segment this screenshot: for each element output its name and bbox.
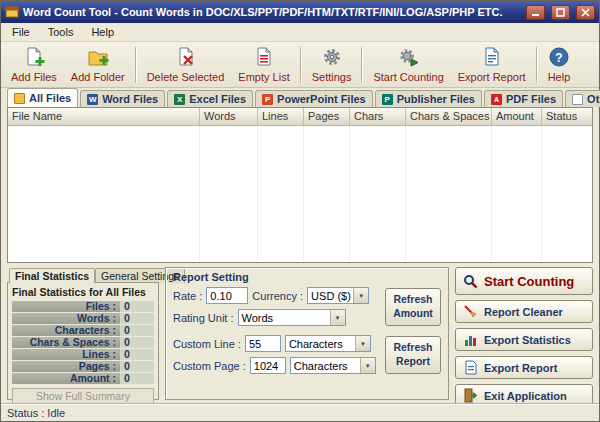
add-folder-button[interactable]: Add Folder [64,43,132,86]
tab-word-files[interactable]: Word Files [80,90,165,107]
powerpoint-file-icon [262,94,273,105]
stat-value: 0 [120,373,154,384]
delete-selected-button[interactable]: Delete Selected [140,43,232,86]
rate-section: Rate : Currency : USD ($) ▼ Rating Unit … [173,287,441,326]
magnifier-icon [463,274,478,289]
action-buttons: Start Counting Report Cleaner Export Sta… [455,267,593,400]
column-header-status[interactable]: Status [542,108,592,125]
word-file-icon [87,94,98,105]
empty-list-button[interactable]: Empty List [231,43,296,86]
column-header-words[interactable]: Words [200,108,258,125]
refresh-report-button[interactable]: Refresh Report [385,336,441,374]
column-body [8,126,200,262]
tab-powerpoint-files[interactable]: PowerPoint Files [255,90,373,107]
custom-page-label: Custom Page : [173,360,246,372]
tab-final-statistics[interactable]: Final Statistics [9,268,95,283]
menu-file[interactable]: File [3,24,39,40]
tab-label: PowerPoint Files [277,93,366,105]
title-bar: Word Count Tool - Count Words in DOC/XLS… [1,1,599,23]
chart-icon [463,332,478,347]
column-header-amount[interactable]: Amount [492,108,542,125]
tab-pdf-files[interactable]: PDF Files [484,90,563,107]
toolbar: Add Files Add Folder Delete Selected Emp… [1,42,599,88]
toolbar-label: Empty List [238,71,289,83]
toolbar-label: Help [548,71,571,83]
maximize-button[interactable] [551,5,570,20]
file-list-body[interactable] [8,126,592,262]
export-report-button[interactable]: Export Report [455,356,593,379]
start-counting-button[interactable]: Start Counting [455,267,593,295]
action-label: Report Cleaner [484,306,563,318]
stat-value: 0 [120,325,154,336]
custom-page-input[interactable] [250,357,286,374]
export-report-toolbar-button[interactable]: Export Report [451,43,533,86]
stat-label: Words : [12,313,120,324]
app-window: Word Count Tool - Count Words in DOC/XLS… [0,0,600,422]
report-setting-title: Report Setting [173,271,441,283]
tab-label: Word Files [102,93,158,105]
column-body [304,126,350,262]
custom-section: Custom Line : Characters ▼ Custom Page :… [173,335,441,374]
stat-row-files: Files : 0 [12,301,154,312]
custom-line-label: Custom Line : [173,338,241,350]
report-cleaner-button[interactable]: Report Cleaner [455,300,593,323]
file-type-tabs: All Files Word Files Excel Files PowerPo… [1,88,599,107]
exit-door-icon [463,388,478,403]
action-label: Export Report [484,362,557,374]
tab-label: Other Files [587,93,600,105]
tab-publisher-files[interactable]: Publisher Files [375,90,482,107]
tab-excel-files[interactable]: Excel Files [167,90,253,107]
statistics-title: Final Statistics for All Files [12,286,154,298]
broom-icon [463,304,478,319]
folder-icon [14,93,25,104]
maximize-icon [556,8,565,17]
stat-value: 0 [120,337,154,348]
column-body [492,126,542,262]
column-header-file-name[interactable]: File Name [8,108,200,125]
other-file-icon [572,94,583,105]
help-icon: ? [548,46,570,70]
toolbar-label: Delete Selected [147,71,225,83]
currency-label: Currency : [252,290,303,302]
stat-label: Pages : [12,361,120,372]
publisher-file-icon [382,94,393,105]
column-header-pages[interactable]: Pages [304,108,350,125]
action-label: Exit Application [484,390,567,402]
tab-all-files[interactable]: All Files [7,88,78,107]
toolbar-label: Start Counting [373,71,443,83]
start-counting-toolbar-button[interactable]: Start Counting [366,43,450,86]
minimize-button[interactable] [526,5,545,20]
stat-row-amount: Amount : 0 [12,373,154,384]
chevron-down-icon: ▼ [360,358,375,373]
close-button[interactable] [576,5,595,20]
column-header-chars[interactable]: Chars [350,108,406,125]
column-header-lines[interactable]: Lines [258,108,304,125]
currency-select[interactable]: USD ($) ▼ [307,287,369,304]
pdf-file-icon [491,94,502,105]
chevron-down-icon: ▼ [330,310,345,325]
statistics-tabs: Final Statistics General Settings [7,267,159,283]
custom-page-unit-value: Characters [291,360,360,372]
stat-row-chars-spaces: Chars & Spaces : 0 [12,337,154,348]
file-list: File Name Words Lines Pages Chars Chars … [7,107,593,263]
rating-unit-select[interactable]: Words ▼ [238,309,346,326]
add-files-button[interactable]: Add Files [4,43,64,86]
settings-button[interactable]: Settings [305,43,359,86]
show-full-summary-button[interactable]: Show Full Summary [12,388,154,404]
custom-page-unit-select[interactable]: Characters ▼ [290,357,376,374]
toolbar-separator [536,47,538,83]
column-header-chars-spaces[interactable]: Chars & Spaces [406,108,492,125]
menu-tools[interactable]: Tools [39,24,83,40]
export-report-icon [481,46,503,70]
rate-input[interactable] [206,287,248,304]
menu-help[interactable]: Help [82,24,123,40]
help-button[interactable]: ? Help [541,43,578,86]
custom-line-unit-select[interactable]: Characters ▼ [285,335,371,352]
export-statistics-button[interactable]: Export Statistics [455,328,593,351]
tab-other-files[interactable]: Other Files [565,90,600,107]
minimize-icon [531,8,540,17]
column-body [350,126,406,262]
refresh-amount-button[interactable]: Refresh Amount [385,288,441,326]
custom-line-input[interactable] [245,335,281,352]
rate-label: Rate : [173,290,202,302]
